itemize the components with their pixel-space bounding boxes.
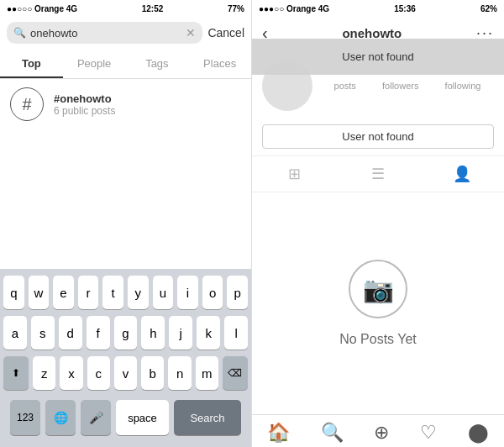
key-f[interactable]: f (87, 316, 110, 350)
search-bar: 🔍 onehowto ✕ Cancel (0, 17, 251, 49)
key-v[interactable]: v (114, 356, 137, 390)
key-k[interactable]: k (197, 316, 220, 350)
view-tab-tagged[interactable]: 👤 (420, 156, 504, 192)
view-tab-list[interactable]: ☰ (336, 156, 420, 192)
user-not-found-button[interactable]: User not found (262, 124, 494, 149)
key-backspace[interactable]: ⌫ (223, 356, 248, 390)
result-title: #onehowto (54, 92, 115, 105)
key-z[interactable]: z (33, 356, 55, 390)
battery-left: 77% (228, 4, 244, 13)
carrier-right: ●●●○○ Orange 4G (259, 4, 329, 13)
keyboard-row-2: a s d f g h j k l (3, 316, 248, 350)
key-g[interactable]: g (114, 316, 138, 350)
no-posts-area: 📷 No Posts Yet (252, 192, 504, 414)
key-p[interactable]: p (227, 276, 248, 309)
bottom-nav: 🏠 🔍 ⊕ ♡ ⬤ (252, 414, 504, 447)
clear-button[interactable]: ✕ (186, 26, 196, 39)
keyboard-bottom-row: 123 🌐 🎤 space Search (3, 397, 248, 442)
key-d[interactable]: d (59, 316, 82, 350)
tab-people[interactable]: People (63, 49, 126, 78)
key-a[interactable]: a (3, 316, 27, 350)
nav-heart-icon[interactable]: ♡ (420, 422, 437, 444)
key-space[interactable]: space (116, 400, 169, 435)
key-num[interactable]: 123 (10, 400, 40, 435)
status-bar-right: ●●●○○ Orange 4G 15:36 62% (252, 0, 504, 17)
key-h[interactable]: h (141, 316, 165, 350)
stat-followers-label: followers (382, 81, 418, 91)
key-u[interactable]: u (153, 276, 174, 309)
key-b[interactable]: b (141, 356, 164, 390)
result-text: #onehowto 6 public posts (54, 92, 115, 117)
search-icon: 🔍 (13, 27, 26, 39)
key-q[interactable]: q (3, 276, 24, 309)
search-tabs: Top People Tags Places (0, 49, 251, 79)
key-shift[interactable]: ⬆ (3, 356, 29, 390)
key-e[interactable]: e (53, 276, 74, 309)
keyboard-row-3: ⬆ z x c v b n m ⌫ (3, 356, 248, 390)
keyboard-row-1: q w e r t y u i o p (3, 276, 248, 309)
key-mic[interactable]: 🎤 (81, 400, 111, 435)
list-item[interactable]: # #onehowto 6 public posts (0, 79, 251, 129)
key-y[interactable]: y (128, 276, 149, 309)
keyboard: q w e r t y u i o p a s d f g h j k l ⬆ … (0, 269, 251, 447)
stat-posts: posts (334, 81, 356, 91)
time-right: 15:36 (394, 4, 416, 13)
time-left: 12:52 (142, 4, 164, 13)
battery-right: 62% (480, 4, 497, 13)
key-j[interactable]: j (169, 316, 192, 350)
key-s[interactable]: s (31, 316, 55, 350)
user-not-found-banner: User not found (252, 39, 504, 75)
search-text: onehowto (30, 27, 181, 39)
hashtag-icon: # (10, 87, 44, 121)
view-tab-grid[interactable]: ⊞ (252, 156, 336, 192)
key-n[interactable]: n (168, 356, 191, 390)
nav-search-icon[interactable]: 🔍 (321, 422, 344, 444)
stat-following-label: following (445, 81, 481, 91)
tab-top[interactable]: Top (0, 49, 63, 78)
key-w[interactable]: w (29, 276, 50, 309)
nav-profile-icon[interactable]: ⬤ (468, 422, 489, 444)
key-t[interactable]: t (102, 276, 123, 309)
stat-posts-label: posts (334, 81, 356, 91)
nav-home-icon[interactable]: 🏠 (267, 422, 290, 444)
key-r[interactable]: r (78, 276, 99, 309)
result-subtitle: 6 public posts (54, 105, 115, 117)
key-i[interactable]: i (177, 276, 198, 309)
key-l[interactable]: l (224, 316, 248, 350)
stat-following: following (445, 81, 481, 91)
camera-icon: 📷 (349, 260, 407, 318)
status-bar-left: ●●○○○ Orange 4G 12:52 77% (0, 0, 251, 17)
tab-places[interactable]: Places (188, 49, 251, 78)
key-m[interactable]: m (196, 356, 218, 390)
stat-followers: followers (382, 81, 418, 91)
key-globe[interactable]: 🌐 (45, 400, 76, 435)
key-c[interactable]: c (87, 356, 110, 390)
no-posts-label: No Posts Yet (339, 332, 417, 347)
view-tabs: ⊞ ☰ 👤 (252, 155, 504, 192)
key-x[interactable]: x (60, 356, 82, 390)
key-search[interactable]: Search (174, 400, 241, 435)
left-panel: ●●○○○ Orange 4G 12:52 77% 🔍 onehowto ✕ C… (0, 0, 252, 447)
cancel-button[interactable]: Cancel (207, 26, 244, 39)
key-o[interactable]: o (202, 276, 223, 309)
search-input-wrap[interactable]: 🔍 onehowto ✕ (7, 22, 202, 44)
right-panel: ●●●○○ Orange 4G 15:36 62% ‹ onehowto ···… (252, 0, 504, 447)
search-results: # #onehowto 6 public posts (0, 79, 251, 269)
carrier-left: ●●○○○ Orange 4G (7, 4, 77, 13)
stats-row: posts followers following (321, 81, 494, 91)
nav-add-icon[interactable]: ⊕ (374, 422, 389, 444)
tab-tags[interactable]: Tags (126, 49, 189, 78)
